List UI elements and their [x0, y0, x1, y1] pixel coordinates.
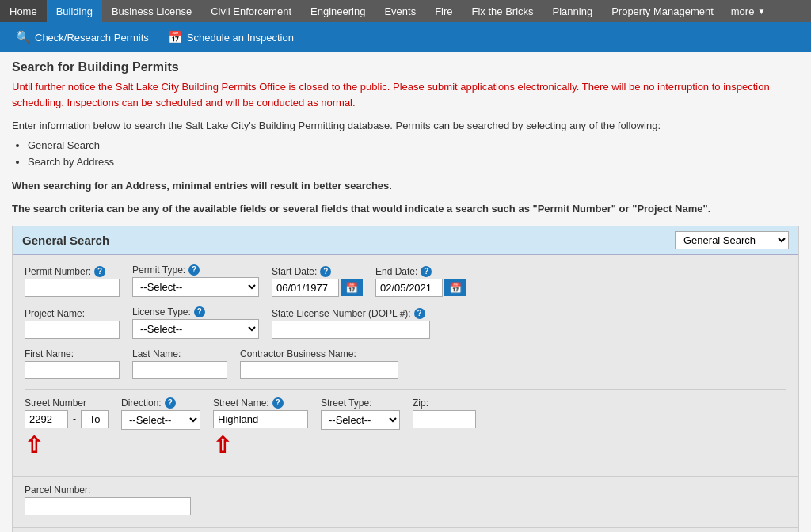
permit-type-group: Permit Type: ? --Select-- — [132, 264, 259, 297]
direction-group: Direction: ? --Select-- — [121, 397, 200, 430]
zip-input[interactable] — [413, 410, 476, 428]
main-content: Search for Building Permits Until furthe… — [0, 52, 811, 532]
form-divider — [25, 389, 786, 390]
street-type-select[interactable]: --Select-- — [321, 410, 400, 430]
end-date-input[interactable] — [375, 279, 443, 297]
start-date-group: Start Date: ? 📅 — [272, 266, 363, 297]
street-type-group: Street Type: --Select-- — [321, 397, 400, 430]
end-date-help-icon[interactable]: ? — [421, 266, 432, 277]
zip-label: Zip: — [413, 397, 476, 408]
street-number-to-input[interactable] — [81, 410, 109, 428]
start-date-label: Start Date: ? — [272, 266, 363, 277]
form-row-3: First Name: Last Name: Contractor Busine… — [25, 348, 786, 379]
criteria-note: The search criteria can be any of the av… — [12, 201, 799, 218]
state-license-group: State License Number (DOPL #): ? — [272, 308, 430, 339]
page-title: Search for Building Permits — [12, 60, 799, 74]
nav-fire[interactable]: Fire — [425, 0, 462, 22]
street-name-help-icon[interactable]: ? — [272, 397, 284, 408]
search-additional-area: ► Search Additional Criteria — [13, 527, 798, 532]
subnav-schedule-inspection[interactable]: 📅 Schedule an Inspection — [158, 22, 303, 52]
street-name-arrow-icon: ⇧ — [213, 435, 308, 457]
sub-nav: 🔍 Check/Research Permits 📅 Schedule an I… — [0, 22, 811, 52]
nav-planning[interactable]: Planning — [543, 0, 603, 22]
form-area: Permit Number: ? Permit Type: ? --Select… — [13, 255, 798, 476]
nav-civil-enforcement[interactable]: Civil Enforcement — [201, 0, 301, 22]
address-note: When searching for an Address, minimal e… — [12, 178, 799, 195]
street-number-dash: - — [71, 413, 78, 424]
state-license-help-icon[interactable]: ? — [414, 308, 425, 319]
search-icon: 🔍 — [16, 30, 31, 44]
end-date-calendar-button[interactable]: 📅 — [444, 279, 466, 296]
parcel-number-input[interactable] — [25, 497, 191, 515]
calendar-icon: 📅 — [168, 30, 183, 44]
direction-help-icon[interactable]: ? — [165, 397, 176, 408]
form-row-4: Street Number - ⇧ Direction: ? — [25, 397, 786, 457]
contractor-business-group: Contractor Business Name: — [240, 348, 398, 379]
form-row-1: Permit Number: ? Permit Type: ? --Select… — [25, 264, 786, 297]
start-date-wrapper: 📅 — [272, 279, 363, 297]
parcel-section: Parcel Number: — [13, 476, 798, 527]
search-type-select[interactable]: General Search Search by Address — [675, 231, 789, 249]
permit-type-help-icon[interactable]: ? — [188, 264, 200, 276]
contractor-business-input[interactable] — [240, 361, 398, 379]
end-date-group: End Date: ? 📅 — [375, 266, 466, 297]
street-number-inputs: - — [25, 410, 109, 428]
last-name-label: Last Name: — [132, 348, 227, 359]
end-date-label: End Date: ? — [375, 266, 466, 277]
start-date-help-icon[interactable]: ? — [320, 266, 331, 277]
direction-label: Direction: ? — [121, 397, 200, 408]
nav-property-management[interactable]: Property Management — [602, 0, 723, 22]
permit-number-label: Permit Number: ? — [25, 266, 120, 277]
permit-type-label: Permit Type: ? — [132, 264, 259, 276]
street-number-label: Street Number — [25, 397, 109, 408]
search-section-header: General Search General Search Search by … — [13, 226, 798, 255]
project-name-label: Project Name: — [25, 308, 120, 319]
street-number-from-input[interactable] — [25, 410, 68, 428]
permit-number-input[interactable] — [25, 279, 120, 297]
nav-business-license[interactable]: Business License — [102, 0, 201, 22]
nav-more-chevron-icon: ▼ — [757, 7, 765, 16]
subnav-check-permits[interactable]: 🔍 Check/Research Permits — [6, 22, 158, 52]
parcel-number-label: Parcel Number: — [25, 484, 786, 496]
direction-select[interactable]: --Select-- — [121, 410, 200, 430]
start-date-input[interactable] — [272, 279, 339, 297]
street-name-group: Street Name: ? ⇧ — [213, 397, 308, 457]
street-from-arrow-icon: ⇧ — [25, 435, 43, 457]
license-type-select[interactable]: --Select-- — [132, 319, 259, 339]
permit-number-group: Permit Number: ? — [25, 266, 120, 297]
state-license-input[interactable] — [272, 321, 430, 339]
section-title: General Search — [22, 234, 109, 247]
permit-number-help-icon[interactable]: ? — [94, 266, 105, 277]
first-name-label: First Name: — [25, 348, 120, 359]
parcel-number-group: Parcel Number: — [25, 484, 786, 515]
street-type-label: Street Type: — [321, 397, 400, 408]
zip-group: Zip: — [413, 397, 476, 428]
first-name-input[interactable] — [25, 361, 120, 379]
street-number-group: Street Number - ⇧ — [25, 397, 109, 457]
bullet-search-by-address: Search by Address — [28, 154, 799, 171]
nav-engineering[interactable]: Engineering — [301, 0, 375, 22]
nav-more[interactable]: more ▼ — [723, 0, 774, 22]
alert-message: Until further notice the Salt Lake City … — [12, 79, 799, 110]
first-name-group: First Name: — [25, 348, 120, 379]
contractor-business-label: Contractor Business Name: — [240, 348, 398, 359]
nav-fix-the-bricks[interactable]: Fix the Bricks — [463, 0, 543, 22]
state-license-label: State License Number (DOPL #): ? — [272, 308, 430, 319]
nav-events[interactable]: Events — [375, 0, 425, 22]
last-name-input[interactable] — [132, 361, 227, 379]
bullet-general-search: General Search — [28, 138, 799, 154]
end-date-wrapper: 📅 — [375, 279, 466, 297]
nav-home[interactable]: Home — [0, 0, 47, 22]
street-name-label: Street Name: ? — [213, 397, 308, 408]
nav-building[interactable]: Building — [47, 0, 102, 22]
permit-type-select[interactable]: --Select-- — [132, 277, 259, 297]
street-name-input[interactable] — [213, 410, 308, 428]
general-search-section: General Search General Search Search by … — [12, 226, 799, 532]
project-name-input[interactable] — [25, 321, 120, 339]
license-type-label: License Type: ? — [132, 306, 259, 317]
start-date-calendar-button[interactable]: 📅 — [341, 279, 363, 296]
license-type-help-icon[interactable]: ? — [194, 306, 205, 317]
info-intro: Enter information below to search the Sa… — [12, 118, 799, 170]
project-name-group: Project Name: — [25, 308, 120, 339]
search-type-dropdown: General Search Search by Address — [675, 231, 789, 249]
